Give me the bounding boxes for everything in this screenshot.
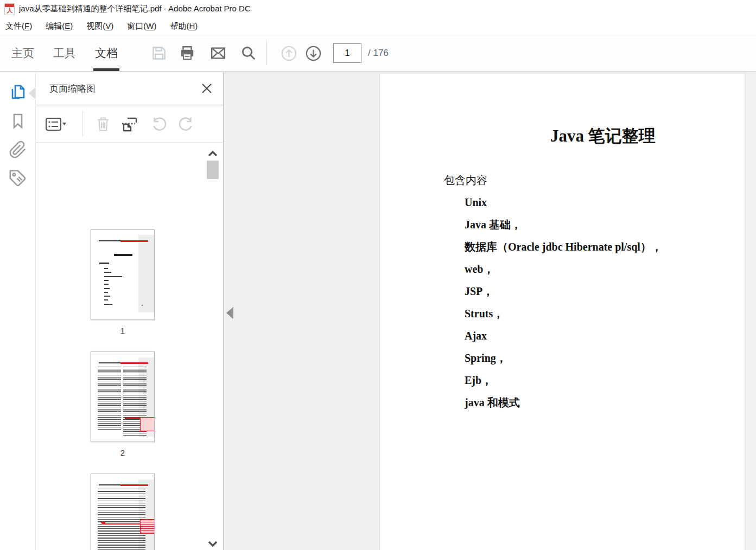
page-number-input[interactable] bbox=[333, 43, 361, 63]
page-thumbnail[interactable] bbox=[91, 474, 155, 550]
document-list-item: java 和模式 bbox=[444, 392, 662, 414]
trash-icon[interactable] bbox=[92, 114, 114, 134]
document-body: 包含内容UnixJava 基础，数据库（Oracle jdbc Hibernat… bbox=[444, 169, 662, 414]
options-icon[interactable] bbox=[45, 114, 66, 134]
menu-item-w[interactable]: 窗口(W) bbox=[127, 21, 156, 31]
tab-主页[interactable]: 主页 bbox=[11, 35, 34, 71]
thumbnails-scrollbar[interactable] bbox=[206, 143, 219, 550]
panel-header: 页面缩略图 bbox=[36, 72, 223, 105]
document-list-item: 数据库（Oracle jdbc Hibernate pl/sql）， bbox=[444, 236, 662, 258]
menu-bar: 文件(F)编辑(E)视图(V)窗口(W)帮助(H) bbox=[0, 18, 756, 35]
tab-工具[interactable]: 工具 bbox=[53, 35, 76, 71]
menu-item-v[interactable]: 视图(V) bbox=[86, 21, 113, 31]
document-list-item: Unix bbox=[444, 191, 662, 214]
menu-item-h[interactable]: 帮助(H) bbox=[170, 21, 198, 31]
next-page-button[interactable] bbox=[305, 45, 321, 61]
thumbnail-page-number: 2 bbox=[91, 448, 155, 457]
document-list-item: Struts， bbox=[444, 303, 662, 325]
acrobat-pdf-icon: 人 bbox=[4, 3, 15, 15]
page-total-label: / 176 bbox=[368, 35, 389, 71]
scroll-up-icon[interactable] bbox=[208, 150, 218, 157]
document-heading: Java 笔记整理 bbox=[550, 125, 656, 148]
search-icon[interactable] bbox=[240, 45, 257, 61]
document-scrollbar-track[interactable] bbox=[745, 72, 756, 550]
active-panel-notch bbox=[29, 87, 35, 99]
previous-page-button[interactable] bbox=[281, 45, 297, 61]
document-list-item: Ajax bbox=[444, 325, 662, 347]
thumbnails-toolbar bbox=[36, 105, 223, 143]
email-button[interactable] bbox=[210, 45, 226, 61]
page-thumbnails-icon[interactable] bbox=[8, 82, 28, 102]
pdf-page: Java 笔记整理 包含内容UnixJava 基础，数据库（Oracle jdb… bbox=[379, 74, 746, 550]
thumbnail-item: 2 bbox=[91, 351, 155, 457]
toolbar-separator bbox=[266, 41, 267, 66]
attachments-icon[interactable] bbox=[8, 140, 28, 159]
thumbnail-page-number: 1 bbox=[91, 326, 155, 335]
document-list-item: Java 基础， bbox=[444, 214, 662, 236]
navigation-rail bbox=[0, 72, 36, 550]
thumbnail-item: 3 bbox=[91, 474, 155, 550]
collapse-panel-arrow[interactable] bbox=[226, 307, 233, 319]
insert-pages-icon[interactable] bbox=[119, 114, 141, 134]
rotate-right-icon[interactable] bbox=[176, 114, 198, 134]
rotate-left-icon[interactable] bbox=[148, 114, 169, 134]
close-panel-icon[interactable] bbox=[199, 81, 214, 96]
page-thumbnail[interactable] bbox=[91, 351, 155, 442]
menu-item-f[interactable]: 文件(F) bbox=[5, 21, 32, 31]
panel-toolbar-separator bbox=[82, 111, 83, 136]
window-title: java从零基础到精通的整个详细笔记.pdf - Adobe Acrobat P… bbox=[19, 4, 251, 14]
scrollbar-thumb[interactable] bbox=[207, 161, 219, 179]
page-thumbnail[interactable] bbox=[91, 229, 155, 320]
content-area: 页面缩略图 bbox=[0, 72, 756, 550]
document-list-item: web， bbox=[444, 258, 662, 280]
tab-文档[interactable]: 文档 bbox=[95, 35, 118, 71]
document-intro: 包含内容 bbox=[444, 169, 662, 191]
print-button[interactable] bbox=[179, 45, 195, 61]
page-thumbnails-panel: 页面缩略图 bbox=[36, 72, 224, 550]
scroll-down-icon[interactable] bbox=[208, 540, 218, 548]
toolbar-tabs: 主页工具文档 bbox=[11, 35, 118, 71]
tags-icon[interactable] bbox=[8, 169, 28, 188]
panel-title: 页面缩略图 bbox=[36, 82, 96, 95]
window-title-bar: 人 java从零基础到精通的整个详细笔记.pdf - Adobe Acrobat… bbox=[0, 0, 756, 18]
thumbnail-item: 1 bbox=[91, 229, 155, 335]
document-list-item: JSP， bbox=[444, 280, 662, 303]
thumbnail-list: 123 bbox=[36, 143, 206, 550]
document-view-area: Java 笔记整理 包含内容UnixJava 基础，数据库（Oracle jdb… bbox=[224, 72, 756, 550]
document-list-item: Spring， bbox=[444, 347, 662, 369]
main-toolbar: 主页工具文档 / 176 bbox=[0, 35, 756, 72]
bookmarks-icon[interactable] bbox=[8, 111, 28, 131]
menu-item-e[interactable]: 编辑(E) bbox=[46, 21, 73, 31]
save-button[interactable] bbox=[151, 45, 167, 61]
document-list-item: Ejb， bbox=[444, 369, 662, 392]
